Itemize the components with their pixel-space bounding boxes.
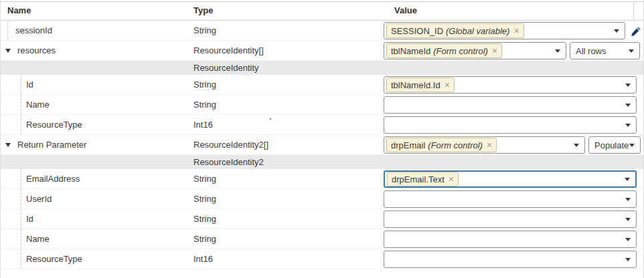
collapse-toggle-icon[interactable] (5, 49, 11, 53)
chip-text: drpEmail (391, 140, 425, 150)
parameter-mapping-table: Name Type Value sessionIdStringSESSION_I… (0, 0, 644, 278)
pencil-icon (631, 25, 642, 37)
value-dropdown[interactable] (384, 211, 637, 228)
chip-annotation: (Form control) (433, 46, 488, 56)
header-divider (633, 1, 634, 20)
tree-indent-guide (21, 169, 21, 188)
chip-remove-icon[interactable]: × (445, 80, 450, 90)
table-row: NameString (1, 95, 643, 115)
value-chip: tblNameId(Form control)× (386, 43, 502, 58)
param-name: sessionId (15, 21, 52, 40)
dropdown-caret-icon (625, 84, 631, 87)
param-name: Name (26, 229, 50, 249)
value-chip: SESSION_ID(Global variable)× (386, 23, 524, 38)
dropdown-caret-icon (555, 49, 560, 53)
dropdown-caret-icon (629, 49, 634, 53)
value-dropdown[interactable] (384, 251, 637, 268)
table-row: NameString (1, 229, 643, 249)
subheader-row: ResourceIdentity (1, 61, 643, 75)
param-type: String (193, 209, 216, 229)
value-dropdown[interactable]: drpEmail(Form control)× (384, 136, 585, 154)
value-cell: drpEmail.Text× (384, 170, 637, 188)
list-mode-label: All rows (570, 46, 607, 56)
param-name: resources (17, 41, 56, 60)
table-row: ResourceTypeInt16 (1, 249, 643, 269)
chip-text: tblNameId (391, 46, 430, 56)
value-cell (384, 251, 637, 268)
column-header-name: Name (7, 0, 31, 21)
param-type: ResourceIdentity2[] (193, 135, 268, 154)
chip-text: SESSION_ID (391, 26, 443, 36)
tree-indent-guide (7, 21, 8, 40)
value-dropdown[interactable] (384, 190, 637, 208)
chip-remove-icon[interactable]: × (487, 140, 492, 150)
table-row: UserIdString (1, 189, 643, 209)
chip-text: tblNameId.Id (391, 80, 440, 90)
value-chip: tblNameId.Id× (386, 78, 455, 92)
value-chip: drpEmail.Text× (387, 172, 459, 186)
dropdown-caret-icon (625, 178, 630, 181)
param-type: String (193, 21, 216, 40)
edit-value-button[interactable] (629, 22, 643, 39)
subheader-row: ResourceIdentity2 (1, 155, 643, 169)
struct-type-label: ResourceIdentity2 (193, 155, 264, 169)
param-type: Int16 (193, 249, 213, 269)
chip-annotation: (Global variable) (446, 26, 509, 36)
table-header-row: Name Type Value (1, 0, 643, 21)
param-type: String (193, 75, 216, 94)
param-name: UserId (26, 189, 52, 208)
param-name: Id (26, 209, 33, 229)
param-name: ResourceType (26, 249, 82, 269)
chip-remove-icon[interactable]: × (492, 46, 497, 55)
chip-text: drpEmail.Text (392, 174, 445, 184)
table-row: resourcesResourceIdentity[]tblNameId(For… (1, 41, 643, 61)
table-row: IdString (1, 209, 643, 229)
value-dropdown[interactable]: SESSION_ID(Global variable)× (384, 22, 625, 39)
dropdown-caret-icon (625, 104, 631, 107)
value-cell (384, 231, 637, 248)
table-row: IdStringtblNameId.Id× (1, 75, 643, 95)
param-type: String (193, 229, 216, 249)
dropdown-caret-icon (625, 238, 631, 241)
value-chip: drpEmail(Form control)× (386, 138, 497, 152)
tree-indent-guide (21, 95, 21, 114)
param-type: String (193, 169, 216, 188)
value-cell (384, 211, 637, 228)
column-header-value: Value (394, 0, 417, 21)
param-name: ResourceType (26, 115, 82, 134)
collapse-toggle-icon[interactable] (5, 143, 11, 147)
param-type: String (193, 189, 216, 208)
value-cell (384, 116, 637, 134)
value-dropdown[interactable] (384, 96, 637, 114)
value-dropdown[interactable] (384, 116, 637, 134)
table-body: sessionIdStringSESSION_ID(Global variabl… (1, 21, 643, 269)
value-dropdown[interactable] (384, 231, 637, 248)
value-dropdown[interactable]: tblNameId.Id× (384, 76, 637, 94)
dropdown-caret-icon (574, 144, 579, 147)
stray-dot (270, 118, 271, 120)
chip-remove-icon[interactable]: × (513, 26, 519, 35)
value-cell: tblNameId.Id× (384, 76, 637, 94)
list-mode-dropdown[interactable]: Populate (588, 136, 641, 154)
struct-type-label: ResourceIdentity (193, 61, 259, 75)
value-dropdown[interactable]: drpEmail.Text× (384, 170, 637, 188)
table-row: ResourceTypeInt16 (1, 115, 643, 135)
value-cell: drpEmail(Form control)×Populate (384, 136, 641, 154)
param-name: Name (26, 95, 50, 114)
table-row: Return ParameterResourceIdentity2[]drpEm… (1, 135, 643, 155)
chip-remove-icon[interactable]: × (449, 174, 454, 184)
value-cell: SESSION_ID(Global variable)× (384, 22, 643, 39)
param-type: String (193, 95, 216, 114)
param-name: EmailAddress (26, 169, 80, 188)
value-dropdown[interactable]: tblNameId(Form control)× (384, 42, 566, 59)
chip-annotation: (Form control) (428, 140, 483, 150)
tree-indent-guide (21, 115, 21, 134)
param-name: Id (26, 75, 33, 94)
value-cell: tblNameId(Form control)×All rows (384, 42, 640, 59)
dropdown-caret-icon (625, 258, 631, 261)
param-name: Return Parameter (17, 135, 86, 154)
column-header-type: Type (193, 0, 213, 21)
tree-indent-guide (21, 189, 21, 208)
param-type: Int16 (193, 115, 213, 134)
list-mode-dropdown[interactable]: All rows (570, 42, 640, 59)
